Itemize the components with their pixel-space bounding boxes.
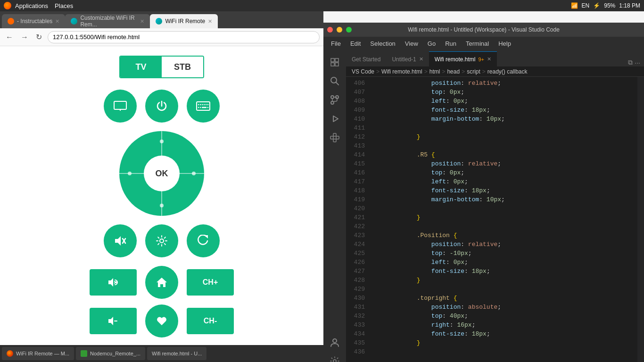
dpad-container: OK xyxy=(119,131,204,216)
rewind-button[interactable] xyxy=(187,224,220,257)
dpad-right-indicator xyxy=(192,172,196,175)
activity-source-control[interactable] xyxy=(326,91,343,108)
browser-tab-wifi-custom[interactable]: Customizable WiFi IR Rem... ✕ xyxy=(65,14,150,28)
menu-run[interactable]: Run xyxy=(441,39,460,48)
svg-rect-26 xyxy=(331,63,334,66)
battery-status: 95% xyxy=(604,2,615,9)
activity-extensions[interactable] xyxy=(326,129,343,146)
keyboard-button[interactable] xyxy=(187,90,220,123)
main-container: - Instructables ✕ Customizable WiFi IR R… xyxy=(0,11,644,362)
address-bar: ← → ↻ xyxy=(0,28,323,46)
favorite-button[interactable] xyxy=(145,304,178,337)
home-button[interactable] xyxy=(145,266,178,299)
activity-explorer[interactable] xyxy=(326,54,343,71)
screen-button[interactable] xyxy=(104,90,137,123)
browser-tab-instructables[interactable]: - Instructables ✕ xyxy=(2,14,65,28)
svg-point-39 xyxy=(333,339,337,343)
window-min[interactable] xyxy=(337,27,342,33)
window-close[interactable] xyxy=(327,27,333,33)
editor-tab-wifi-remote[interactable]: Wifi remote.html 9+ ✕ xyxy=(429,51,497,66)
breadcrumb-sep1: > xyxy=(376,68,380,75)
breadcrumb-sep2: > xyxy=(424,68,428,75)
vscode-title: Wifi remote.html - Untitled (Workspace) … xyxy=(408,26,560,33)
editor-tab-get-started[interactable]: Get Started xyxy=(346,51,386,66)
tab-wifi-label: Wifi remote.html xyxy=(435,56,476,63)
editor-tab-untitled[interactable]: Untitled-1 ✕ xyxy=(386,51,429,66)
middle-buttons-row xyxy=(104,224,220,257)
menu-help[interactable]: Help xyxy=(495,39,515,48)
tab-modified-indicator: 9+ xyxy=(478,57,484,62)
top-buttons-row xyxy=(104,90,220,123)
ch-plus-button[interactable]: CH+ xyxy=(187,269,234,296)
ok-button[interactable]: OK xyxy=(144,156,180,191)
menu-file[interactable]: File xyxy=(327,39,345,48)
menu-edit[interactable]: Edit xyxy=(347,39,364,48)
activity-settings[interactable] xyxy=(326,353,343,362)
menu-terminal[interactable]: Terminal xyxy=(462,39,493,48)
applications-menu[interactable]: Applications xyxy=(12,2,51,9)
url-input[interactable] xyxy=(48,31,320,43)
back-button[interactable]: ← xyxy=(4,31,15,43)
system-time: 1:18 PM xyxy=(619,2,640,9)
code-content[interactable]: position: relative; top: 0px; left: 0px;… xyxy=(369,77,637,362)
tv-button[interactable]: TV xyxy=(120,57,162,77)
split-editor-button[interactable]: ⧉ xyxy=(628,58,633,66)
activity-search[interactable] xyxy=(326,73,343,90)
activity-account[interactable] xyxy=(326,334,343,351)
more-actions-button[interactable]: ··· xyxy=(635,59,640,66)
svg-marker-23 xyxy=(108,317,113,325)
svg-rect-27 xyxy=(335,58,339,62)
system-bar-left: Applications Places xyxy=(4,2,76,9)
breadcrumb-html[interactable]: html xyxy=(429,68,440,75)
svg-rect-3 xyxy=(197,102,210,110)
system-bar: Applications Places 📶 EN ⚡ 95% 1:18 PM xyxy=(0,0,644,11)
tab-label-1: - Instructables xyxy=(17,18,52,25)
vscode-menubar: File Edit Selection View Go Run Terminal… xyxy=(323,37,644,50)
svg-rect-35 xyxy=(330,136,333,139)
breadcrumb-file[interactable]: Wifi remote.html xyxy=(381,68,422,75)
svg-rect-38 xyxy=(333,139,336,142)
svg-point-33 xyxy=(331,101,334,104)
window-max[interactable] xyxy=(346,27,352,33)
vol-down-button[interactable] xyxy=(90,269,137,296)
reload-button[interactable]: ↻ xyxy=(34,31,44,43)
vol-down-small-button[interactable] xyxy=(90,308,137,334)
taskbar-item-vscode[interactable]: Wifi remote.html - U... xyxy=(147,347,206,360)
settings-button[interactable] xyxy=(145,224,178,257)
activity-debug[interactable] xyxy=(326,110,343,127)
mute-button[interactable] xyxy=(104,224,137,257)
tab-close-3[interactable]: ✕ xyxy=(208,18,212,25)
menu-selection[interactable]: Selection xyxy=(366,39,399,48)
taskbar-item-firefox[interactable]: WiFi IR Remote — M... xyxy=(2,347,74,360)
tab-wifi-close[interactable]: ✕ xyxy=(487,56,491,62)
forward-button[interactable]: → xyxy=(19,31,30,43)
breadcrumb-head[interactable]: head xyxy=(447,68,460,75)
svg-marker-22 xyxy=(157,278,167,287)
taskbar-item-node[interactable]: Nodemcu_Remote_... xyxy=(76,347,145,360)
tab-close-1[interactable]: ✕ xyxy=(55,18,59,25)
svg-marker-34 xyxy=(333,116,338,122)
menu-view[interactable]: View xyxy=(401,39,422,48)
stb-button[interactable]: STB xyxy=(162,57,203,77)
ch-minus-button[interactable]: CH- xyxy=(187,308,234,334)
minimap xyxy=(637,77,644,362)
breadcrumb-sep3: > xyxy=(442,68,445,75)
wifi-icon: 📶 xyxy=(571,2,578,9)
power-button[interactable] xyxy=(145,90,178,123)
bluetooth-icon: ⚡ xyxy=(593,2,600,9)
menu-go[interactable]: Go xyxy=(424,39,439,48)
tab-favicon-2 xyxy=(71,18,77,25)
breadcrumb-vscode[interactable]: VS Code xyxy=(352,68,374,75)
dpad-down-indicator xyxy=(160,204,164,207)
line-numbers: 4064074084094104114124134144154164174184… xyxy=(346,77,369,362)
browser-tab-wifi-remote[interactable]: WiFi IR Remote ✕ xyxy=(150,14,218,28)
dpad-ring[interactable]: OK xyxy=(119,131,204,216)
tab-untitled-close[interactable]: ✕ xyxy=(419,56,423,62)
places-menu[interactable]: Places xyxy=(52,2,76,9)
breadcrumb-ready[interactable]: ready() callback xyxy=(487,68,528,75)
vscode-body: Get Started Untitled-1 ✕ Wifi remote.htm… xyxy=(323,50,644,362)
tab-close-2[interactable]: ✕ xyxy=(140,18,144,25)
tab-untitled-label: Untitled-1 xyxy=(392,56,416,63)
breadcrumb-script[interactable]: script xyxy=(467,68,480,75)
svg-point-40 xyxy=(333,360,336,362)
